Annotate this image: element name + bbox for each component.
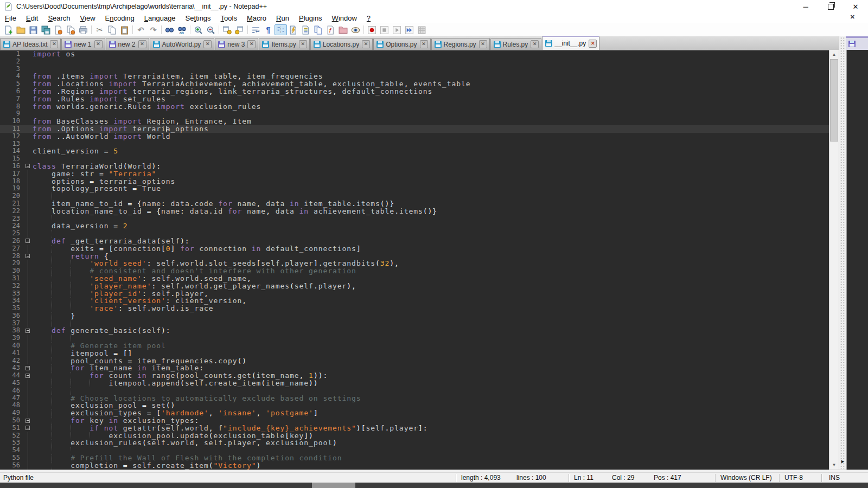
code-line[interactable]: 7from .Rules import set_rules — [0, 95, 829, 103]
tab-close-icon[interactable]: ✕ — [94, 40, 103, 48]
save-icon[interactable] — [27, 24, 40, 35]
tab-close-icon[interactable]: ✕ — [479, 40, 487, 48]
redo-icon[interactable]: ↷ — [147, 24, 159, 35]
status-eol[interactable]: Windows (CR LF) — [720, 474, 772, 481]
code-line[interactable]: 45 itempool.append(self.create_item(item… — [0, 380, 829, 387]
tab-close-icon[interactable]: ✕ — [138, 40, 146, 48]
tab-ap-ideas.txt[interactable]: AP Ideas.txt✕ — [0, 38, 61, 50]
menu-?[interactable]: ? — [362, 13, 375, 23]
sync-horizontal-scroll-icon[interactable] — [233, 24, 246, 35]
code-line[interactable]: 49 exclusion_types = ['hardmode', 'insan… — [0, 409, 829, 417]
code-line[interactable]: 17 game: str = "Terraria" — [0, 170, 829, 178]
code-line[interactable]: 38 def generate_basic(self): — [0, 327, 829, 335]
code-line[interactable]: 41 itempool = [] — [0, 350, 829, 357]
scroll-down-icon[interactable]: ▼ — [829, 460, 839, 470]
menu-macro[interactable]: Macro — [242, 13, 271, 23]
code-line[interactable]: 32 'player_name': self.world.get_player_… — [0, 282, 829, 290]
tab-options.py[interactable]: Options.py✕ — [373, 38, 430, 50]
tab-rules.py[interactable]: Rules.py✕ — [490, 38, 542, 50]
undo-icon[interactable]: ↶ — [135, 24, 147, 35]
code-line[interactable]: 40 # Generate item pool — [0, 342, 829, 350]
code-editor[interactable]: 1import os234from .Items import Terraria… — [0, 50, 829, 470]
code-line[interactable]: 48 exclusion_pool = set() — [0, 402, 829, 409]
code-line[interactable]: 50 for key in exclusion_types: — [0, 417, 829, 425]
code-line[interactable]: 20 — [0, 192, 829, 200]
doc-switcher-icon[interactable] — [299, 24, 312, 35]
menu-encoding[interactable]: Encoding — [100, 13, 139, 23]
tab-new-3[interactable]: new 3✕ — [215, 38, 258, 50]
code-line[interactable]: 22 location_name_to_id = {name: data.id … — [0, 208, 829, 215]
code-line[interactable]: 14client_version = 5 — [0, 147, 829, 155]
menu-plugins[interactable]: Plugins — [294, 13, 327, 23]
code-line[interactable]: 13 — [0, 140, 829, 148]
code-line[interactable]: 53 exclusion_rules(self.world, self.play… — [0, 439, 829, 447]
view-splitter[interactable] — [839, 36, 846, 470]
indent-guide-icon[interactable] — [275, 24, 287, 35]
code-line[interactable]: 18 options = terraria_options — [0, 178, 829, 185]
replace-icon[interactable]: ab — [176, 24, 188, 35]
menu-file[interactable]: File — [0, 13, 21, 23]
macro-run-multiple-icon[interactable] — [403, 24, 416, 35]
word-wrap-icon[interactable] — [250, 24, 262, 35]
fold-marker-icon[interactable] — [24, 163, 33, 170]
code-line[interactable]: 12from ..AutoWorld import World — [0, 133, 829, 140]
code-line[interactable]: 47 # Choose locations to automatically e… — [0, 395, 829, 402]
sync-vertical-scroll-icon[interactable] — [221, 24, 233, 35]
code-line[interactable]: 11from .Options import terraria_options — [0, 125, 829, 133]
document-list-icon[interactable] — [312, 24, 324, 35]
scroll-up-icon[interactable]: ▲ — [829, 50, 839, 59]
tab-autoworld.py[interactable]: AutoWorld.py✕ — [150, 38, 215, 50]
code-line[interactable]: 30 # consistent and doesn't interfere wi… — [0, 267, 829, 275]
fold-marker-icon[interactable] — [24, 237, 33, 245]
menu-tools[interactable]: Tools — [216, 13, 242, 23]
menu-window[interactable]: Window — [327, 13, 362, 23]
menubar-close-icon[interactable]: ✕ — [850, 14, 855, 21]
tab-close-icon[interactable]: ✕ — [589, 40, 597, 48]
find-icon[interactable] — [163, 24, 176, 35]
tab-close-icon[interactable]: ✕ — [531, 40, 539, 48]
code-line[interactable]: 1import os — [0, 50, 829, 58]
code-line[interactable]: 6from .Regions import terraria_regions, … — [0, 88, 829, 95]
menu-view[interactable]: View — [75, 13, 100, 23]
code-line[interactable]: 26 def _get_terraria_data(self): — [0, 237, 829, 245]
menu-settings[interactable]: Settings — [181, 13, 216, 23]
tab-close-icon[interactable]: ✕ — [247, 40, 256, 48]
status-encoding[interactable]: UTF-8 — [784, 474, 803, 481]
code-line[interactable]: 52 exclusion_pool.update(exclusion_table… — [0, 432, 829, 440]
code-line[interactable]: 27 exits = [connection[0] for connection… — [0, 245, 829, 253]
fold-marker-icon[interactable] — [24, 364, 33, 372]
tab-items.py[interactable]: Items.py✕ — [259, 38, 309, 50]
folder-workspace-icon[interactable] — [337, 24, 349, 35]
code-line[interactable]: 36 } — [0, 312, 829, 320]
monitoring-icon[interactable] — [349, 24, 362, 35]
macro-save-icon[interactable] — [416, 24, 428, 35]
close-doc-icon[interactable] — [52, 24, 65, 35]
minimize-button[interactable]: ─ — [793, 0, 818, 13]
code-line[interactable]: 54 — [0, 447, 829, 454]
code-line[interactable]: 8from worlds.generic.Rules import exclus… — [0, 103, 829, 111]
close-all-docs-icon[interactable] — [65, 24, 77, 35]
copy-icon[interactable] — [106, 24, 118, 35]
secondary-view-tab[interactable] — [846, 36, 868, 50]
code-line[interactable]: 42 pool_counts = item_frequencies.copy() — [0, 357, 829, 365]
save-all-icon[interactable] — [40, 24, 52, 35]
fold-marker-icon[interactable] — [24, 372, 33, 380]
code-line[interactable]: 35 'race': self.world.is_race — [0, 305, 829, 312]
tab-close-icon[interactable]: ✕ — [420, 40, 428, 48]
menu-run[interactable]: Run — [271, 13, 294, 23]
menu-search[interactable]: Search — [43, 13, 75, 23]
code-line[interactable]: 46 — [0, 387, 829, 395]
code-line[interactable]: 56 completion = self.create_item("Victor… — [0, 462, 829, 470]
tab-locations.py[interactable]: Locations.py✕ — [310, 38, 373, 50]
macro-stop-icon[interactable] — [378, 24, 391, 35]
menu-language[interactable]: Language — [139, 13, 181, 23]
code-line[interactable]: 28 return { — [0, 253, 829, 260]
code-line[interactable]: 23 — [0, 215, 829, 223]
code-line[interactable]: 2 — [0, 58, 829, 66]
tab-close-icon[interactable]: ✕ — [299, 40, 307, 48]
fold-marker-icon[interactable] — [24, 253, 33, 260]
tab-__init__.py[interactable]: __init__.py✕ — [542, 36, 599, 50]
tab-new-2[interactable]: new 2✕ — [106, 38, 149, 50]
code-line[interactable]: 21 item_name_to_id = {name: data.code fo… — [0, 200, 829, 208]
code-line[interactable]: 4from .Items import TerrariaItem, item_t… — [0, 73, 829, 80]
